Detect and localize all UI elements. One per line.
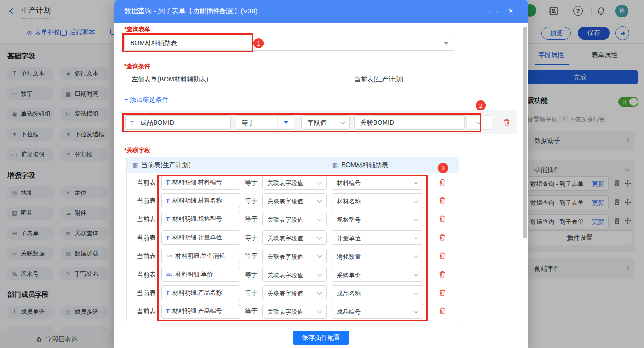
modal-scrollbar[interactable] [523, 27, 527, 238]
row-prefix-label: 当前表 [137, 179, 157, 187]
row-prefix-label: 当前表 [137, 271, 157, 279]
delete-row-button[interactable] [438, 270, 446, 280]
modal-header: 数据查询 - 到子表单【功能插件配置】(V38) ←→ × [114, 0, 528, 23]
save-plugin-config-button[interactable]: 保存插件配置 [293, 331, 349, 345]
caret-down-icon [444, 42, 448, 45]
row-prefix-label: 当前表 [137, 307, 157, 316]
annotation-box-3 [157, 175, 428, 321]
expand-icon[interactable]: ←→ [488, 7, 499, 14]
delete-row-button[interactable] [438, 215, 446, 225]
row-prefix-label: 当前表 [137, 289, 157, 297]
annotation-badge-1: 1 [253, 38, 264, 48]
left-form-header: 左侧表单(BOM材料辅助表) [132, 75, 208, 84]
annotation-box-1 [122, 33, 253, 52]
divider [124, 88, 515, 88]
delete-row-button[interactable] [438, 197, 446, 206]
plugin-config-modal: 数据查询 - 到子表单【功能插件配置】(V38) ←→ × *查询表单 BOM材… [114, 0, 528, 348]
delete-row-button[interactable] [438, 307, 446, 317]
annotation-badge-2: 2 [476, 100, 486, 110]
delete-condition-button[interactable] [503, 118, 511, 128]
related-fields-table: ▦ 当前表(生产计划) ▦ BOM材料辅助表 当前表 T 材料明细.材料编号 等… [126, 157, 459, 321]
row-prefix-label: 当前表 [137, 197, 157, 205]
table-icon: ▦ [133, 162, 138, 168]
row-prefix-label: 当前表 [137, 234, 157, 242]
delete-row-button[interactable] [438, 178, 446, 188]
modal-footer: 保存插件配置 [114, 327, 528, 348]
current-form-header: 当前表(生产计划) [354, 75, 403, 84]
delete-row-button[interactable] [438, 252, 446, 261]
delete-row-button[interactable] [438, 233, 446, 243]
query-form-label: *查询表单 [124, 25, 150, 34]
annotation-box-2 [122, 113, 481, 132]
modal-title: 数据查询 - 到子表单【功能插件配置】(V38) [124, 7, 258, 16]
row-prefix-label: 当前表 [137, 215, 157, 224]
source-table-header: BOM材料辅助表 [341, 161, 388, 169]
query-condition-label: *查询条件 [124, 62, 150, 70]
delete-row-button[interactable] [438, 289, 446, 298]
current-table-header: 当前表(生产计划) [141, 161, 190, 169]
table-icon: ▦ [332, 162, 338, 168]
related-fields-header: ▦ 当前表(生产计划) ▦ BOM材料辅助表 [127, 157, 459, 173]
annotation-badge-3: 3 [438, 163, 448, 173]
add-filter-condition-link[interactable]: + 添加筛选条件 [124, 96, 168, 104]
related-fields-label: *关联字段 [124, 146, 150, 155]
close-icon[interactable]: × [508, 5, 513, 16]
row-prefix-label: 当前表 [137, 252, 157, 261]
